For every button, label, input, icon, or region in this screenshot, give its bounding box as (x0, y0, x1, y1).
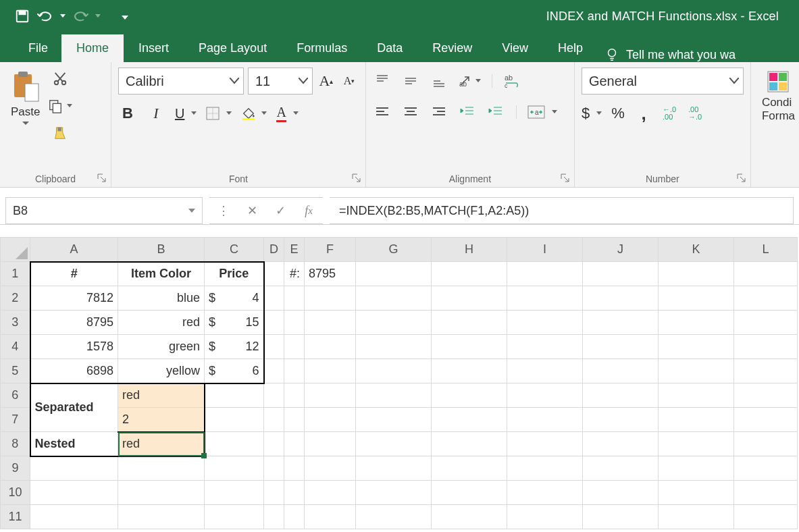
cell-A2[interactable]: 7812 (30, 286, 118, 311)
cell-H3[interactable] (432, 311, 507, 335)
cell-G5[interactable] (356, 359, 432, 383)
cell-J5[interactable] (583, 359, 659, 383)
row-header-1[interactable]: 1 (1, 262, 30, 286)
row-header-3[interactable]: 3 (1, 311, 30, 335)
cell-K2[interactable] (659, 286, 734, 311)
cell-F5[interactable] (305, 359, 356, 383)
cell-E11[interactable] (284, 505, 305, 529)
col-header-K[interactable]: K (659, 238, 734, 262)
cell-G11[interactable] (356, 505, 432, 529)
tab-file[interactable]: File (15, 34, 61, 62)
cell-I5[interactable] (507, 359, 583, 383)
cell-E5[interactable] (284, 359, 305, 383)
dialog-launcher-icon[interactable] (561, 174, 570, 183)
cell-L2[interactable] (734, 286, 798, 311)
align-middle-icon[interactable] (401, 72, 420, 90)
cell-K5[interactable] (659, 359, 734, 383)
accounting-format-button[interactable]: $ (582, 104, 602, 123)
cell-C11[interactable] (205, 505, 264, 529)
cell-F11[interactable] (305, 505, 356, 529)
cell-F9[interactable] (305, 456, 356, 481)
cell-F4[interactable] (305, 335, 356, 359)
cell-A6[interactable]: Separated (30, 383, 118, 432)
cell-D10[interactable] (264, 481, 284, 505)
cell-C8[interactable] (205, 432, 264, 456)
cell-D1[interactable] (264, 262, 284, 286)
cell-I10[interactable] (507, 481, 583, 505)
cell-G9[interactable] (356, 456, 432, 481)
cell-L3[interactable] (734, 311, 798, 335)
formula-input[interactable]: =INDEX(B2:B5,MATCH(F1,A2:A5)) (330, 197, 794, 224)
align-left-icon[interactable] (373, 103, 392, 122)
format-painter-icon[interactable] (53, 126, 68, 142)
row-header-10[interactable]: 10 (1, 481, 30, 505)
cell-I3[interactable] (507, 311, 583, 335)
cell-H9[interactable] (432, 456, 507, 481)
cell-D3[interactable] (264, 311, 284, 335)
cell-C4[interactable]: $12 (205, 335, 264, 359)
cell-C9[interactable] (205, 456, 264, 481)
cell-K7[interactable] (659, 408, 734, 432)
cell-E3[interactable] (284, 311, 305, 335)
cell-E4[interactable] (284, 335, 305, 359)
align-top-icon[interactable] (373, 72, 392, 90)
cell-I6[interactable] (507, 383, 583, 408)
cell-G8[interactable] (356, 432, 432, 456)
cell-B5[interactable]: yellow (118, 359, 205, 383)
col-header-F[interactable]: F (305, 238, 356, 262)
cell-F6[interactable] (305, 383, 356, 408)
cell-D11[interactable] (264, 505, 284, 529)
cell-L4[interactable] (734, 335, 798, 359)
cell-K8[interactable] (659, 432, 734, 456)
cell-B2[interactable]: blue (118, 286, 205, 311)
cell-C7[interactable] (205, 408, 264, 432)
col-header-I[interactable]: I (507, 238, 583, 262)
cell-L5[interactable] (734, 359, 798, 383)
cell-C6[interactable] (205, 383, 264, 408)
copy-icon[interactable] (48, 99, 72, 113)
cell-E1[interactable]: #: (284, 262, 305, 286)
cell-H6[interactable] (432, 383, 507, 408)
cell-L8[interactable] (734, 432, 798, 456)
cell-F7[interactable] (305, 408, 356, 432)
cell-B11[interactable] (118, 505, 205, 529)
cell-A10[interactable] (30, 481, 118, 505)
cell-H10[interactable] (432, 481, 507, 505)
comma-style-button[interactable]: , (634, 104, 653, 123)
cell-A3[interactable]: 8795 (30, 311, 118, 335)
font-name-combo[interactable]: Calibri (118, 68, 244, 95)
cell-I1[interactable] (507, 262, 583, 286)
cell-I2[interactable] (507, 286, 583, 311)
percent-button[interactable]: % (609, 104, 627, 123)
select-all-corner[interactable] (1, 238, 30, 262)
tab-view[interactable]: View (487, 34, 543, 62)
tab-help[interactable]: Help (543, 34, 598, 62)
cell-F3[interactable] (305, 311, 356, 335)
cancel-icon[interactable]: ✕ (238, 203, 266, 218)
cell-A11[interactable] (30, 505, 118, 529)
cell-D4[interactable] (264, 335, 284, 359)
row-header-5[interactable]: 5 (1, 359, 30, 383)
cell-D8[interactable] (264, 432, 284, 456)
cell-K10[interactable] (659, 481, 734, 505)
col-header-J[interactable]: J (583, 238, 659, 262)
cell-L9[interactable] (734, 456, 798, 481)
cell-I7[interactable] (507, 408, 583, 432)
cell-G3[interactable] (356, 311, 432, 335)
tab-review[interactable]: Review (417, 34, 487, 62)
cell-D6[interactable] (264, 383, 284, 408)
cell-J10[interactable] (583, 481, 659, 505)
cell-L11[interactable] (734, 505, 798, 529)
col-header-E[interactable]: E (284, 238, 305, 262)
cell-J1[interactable] (583, 262, 659, 286)
cell-G1[interactable] (356, 262, 432, 286)
cell-A4[interactable]: 1578 (30, 335, 118, 359)
tab-home[interactable]: Home (61, 34, 124, 62)
cell-C3[interactable]: $15 (205, 311, 264, 335)
cell-G2[interactable] (356, 286, 432, 311)
tab-page-layout[interactable]: Page Layout (184, 34, 282, 62)
orientation-icon[interactable]: ab (458, 72, 481, 90)
cell-A1[interactable]: # (30, 262, 118, 286)
spreadsheet-grid[interactable]: ABCDEFGHIJKL 1#Item ColorPrice#:87952781… (0, 237, 798, 529)
cell-B10[interactable] (118, 481, 205, 505)
